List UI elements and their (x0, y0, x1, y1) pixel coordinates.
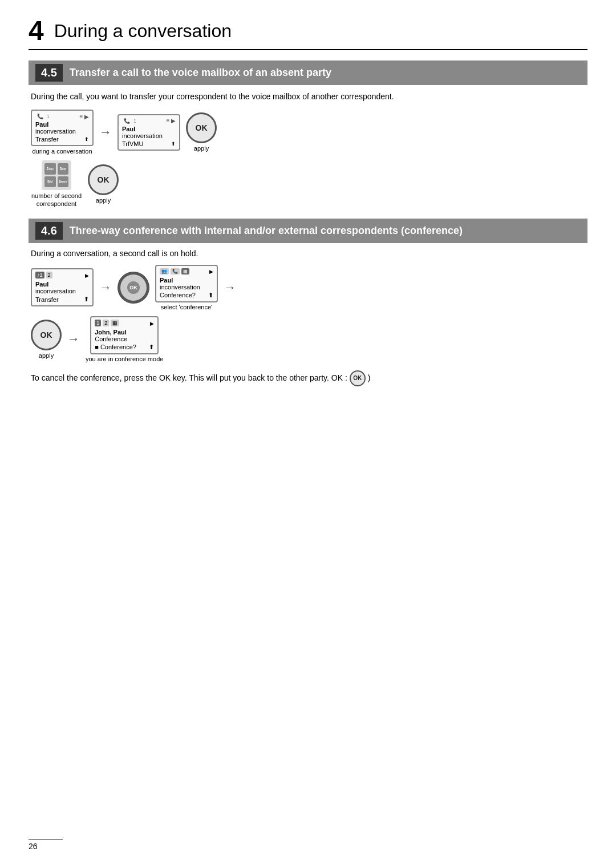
numpad-key-3: 3def (58, 163, 69, 175)
nav-ring-ok: OK (127, 281, 140, 294)
numpad-key-5: 5jkl (44, 176, 56, 188)
tab-46-2-2: 📞 (171, 268, 180, 274)
tab-46-2-3: ▦ (181, 268, 189, 274)
screen1-menu-icon: ≡ ▶ (79, 114, 89, 120)
label-apply2: apply (96, 197, 111, 204)
tab-1-active: ♪1 (35, 272, 44, 278)
screen46-2-header: 👥 📞 ▦ ▶ (160, 268, 213, 276)
arrow-46-2: → (224, 280, 236, 295)
screen2-name: Paul (122, 126, 176, 132)
screen46-1-action: Transfer ⬆ (35, 296, 89, 303)
screen46-3-header: 1 2 ▦ ▶ (95, 320, 154, 328)
screen46-2-name: Paul (160, 277, 213, 284)
screen46-2-action-label: Conference? (160, 292, 196, 298)
screen46-3-tabs: 1 2 ▦ (95, 320, 119, 326)
label-numpad: number of second correspondent (31, 192, 82, 208)
numpad-key-6: 6mno (58, 176, 69, 188)
screen46-2-action: Conference? ⬆ (160, 292, 213, 299)
screen2-status: inconversation (122, 132, 176, 139)
section-45-desc: During the call, you want to transfer yo… (31, 91, 585, 103)
cancel-note-text: To cancel the conference, press the OK k… (31, 372, 347, 384)
section-45-header: 4.5 Transfer a call to the voice mailbox… (29, 60, 587, 85)
numpad-icon: 2abc 3def 5jkl 6mno (42, 160, 71, 190)
screen2-action: TrfVMU ⬆ (122, 140, 176, 147)
screen46-1-tabs: ♪1 2 (35, 272, 52, 278)
screen1-icon-num: 1 (47, 114, 50, 119)
section-46-number: 4.6 (35, 222, 63, 240)
section-46-header: 4.6 Three-way conference with internal a… (29, 219, 587, 243)
diagram-item-screen1: 📞 1 ≡ ▶ Paul inconversation Transfer ⬆ d… (31, 110, 94, 155)
screen46-1-name: Paul (35, 281, 89, 288)
tab-2: 2 (46, 272, 52, 278)
page-footer: 26 (29, 839, 63, 851)
screen1-action: Transfer ⬆ (35, 136, 89, 143)
ok-button-2: OK (88, 164, 119, 195)
screen46-3-action-arrow: ⬆ (149, 344, 154, 351)
screen46-3-action-label: ■ Conference? (95, 344, 136, 350)
screen2-action-label: TrfVMU (122, 140, 143, 147)
ok-button-46: OK (31, 320, 62, 350)
screen46-3-action: ■ Conference? ⬆ (95, 344, 154, 351)
label-apply1: apply (194, 145, 209, 152)
phone-screen-1: 📞 1 ≡ ▶ Paul inconversation Transfer ⬆ (31, 110, 94, 146)
label-select-conference: select 'conference' (161, 304, 212, 310)
phone-screen-2: 📞 1 ≡ ▶ Paul inconversation TrfVMU ⬆ (117, 114, 180, 151)
screen46-2-arrow: ▶ (209, 269, 213, 274)
screen46-2-action-arrow: ⬆ (208, 292, 213, 299)
screen46-1-action-arrow: ⬆ (84, 296, 89, 303)
section-46-title: Three-way conference with internal and/o… (70, 225, 463, 237)
screen1-status: inconversation (35, 128, 89, 135)
screen46-2-status: inconversation (160, 284, 213, 290)
section-45-title: Transfer a call to the voice mailbox of … (70, 67, 331, 79)
phone-screen-46-3: 1 2 ▦ ▶ John, Paul Conference ■ Conferen… (90, 316, 159, 354)
section-45-diagram-row1: 📞 1 ≡ ▶ Paul inconversation Transfer ⬆ d… (31, 110, 585, 155)
nav-ring: OK (117, 272, 149, 304)
screen46-1-action-label: Transfer (35, 296, 59, 303)
chapter-title: During a conversation (54, 21, 232, 42)
screen1-name: Paul (35, 121, 89, 128)
diagram-item-46-screen3: 1 2 ▦ ▶ John, Paul Conference ■ Conferen… (86, 316, 163, 362)
label-apply-46: apply (39, 352, 54, 359)
diagram-item-ok2: OK apply (88, 164, 119, 204)
screen1-action-arrow: ⬆ (84, 136, 89, 142)
screen46-3-arrow: ▶ (150, 321, 154, 326)
screen1-icons: 📞 1 (35, 113, 50, 120)
label-conference-mode: you are in conference mode (86, 356, 163, 362)
chapter-number: 4 (29, 17, 44, 45)
screen2-action-arrow: ⬆ (171, 141, 176, 147)
diagram-item-46-screen1: ♪1 2 ▶ Paul inconversation Transfer ⬆ (31, 268, 94, 306)
screen46-3-status: Conference (95, 336, 154, 342)
numpad-key-2: 2abc (44, 163, 56, 175)
cancel-ok-icon: OK (350, 370, 366, 386)
phone-screen-46-2: 👥 📞 ▦ ▶ Paul inconversation Conference? … (155, 265, 218, 302)
chapter-header: 4 During a conversation (29, 17, 587, 50)
screen2-menu-icon: ≡ ▶ (166, 118, 176, 124)
screen46-1-status: inconversation (35, 288, 89, 294)
phone-screen-46-1: ♪1 2 ▶ Paul inconversation Transfer ⬆ (31, 268, 94, 306)
cancel-paren: ) (368, 372, 371, 384)
diagram-item-nav-ring: OK (117, 272, 149, 304)
tab-46-3-1: 1 (95, 320, 101, 326)
arrow-46-1: → (99, 280, 112, 295)
section-46-diagram-row2: OK apply → 1 2 ▦ ▶ John, Paul Conference… (31, 316, 585, 362)
screen1-action-label: Transfer (35, 136, 59, 143)
section-46-diagram-row1: ♪1 2 ▶ Paul inconversation Transfer ⬆ → … (31, 265, 585, 310)
ok-button-1: OK (186, 112, 217, 143)
screen46-3-name: John, Paul (95, 329, 154, 336)
arrow-1: → (99, 125, 112, 140)
screen2-icon-num: 1 (133, 118, 136, 124)
diagram-item-numpad: 2abc 3def 5jkl 6mno number of second cor… (31, 160, 82, 208)
page-number: 26 (29, 842, 38, 851)
diagram-item-ok1: OK apply (186, 112, 217, 152)
section-45-diagram-row2: 2abc 3def 5jkl 6mno number of second cor… (31, 160, 585, 208)
screen46-1-arrow: ▶ (85, 273, 89, 278)
diagram-item-screen2: 📞 1 ≡ ▶ Paul inconversation TrfVMU ⬆ (117, 114, 180, 151)
cancel-note: To cancel the conference, press the OK k… (31, 370, 585, 386)
screen2-header: 📞 1 ≡ ▶ (122, 118, 176, 124)
section-45-body: During the call, you want to transfer yo… (29, 91, 587, 208)
screen46-2-tabs: 👥 📞 ▦ (160, 268, 189, 274)
diagram-item-ok-apply: OK apply (31, 320, 62, 359)
section-46-hold-text: During a conversation, a second call is … (31, 249, 585, 258)
label-during: during a conversation (32, 148, 92, 155)
phone-icon-2: 📞 (122, 118, 131, 124)
